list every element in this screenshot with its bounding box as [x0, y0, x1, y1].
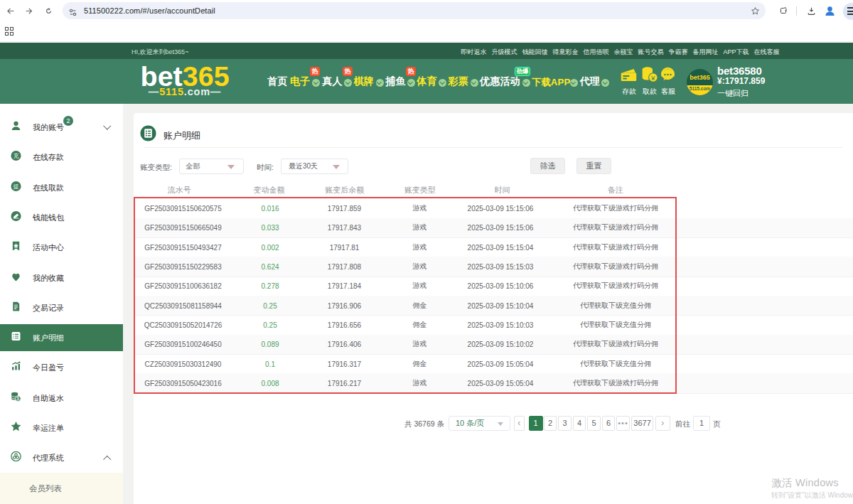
svg-text:$: $ [17, 396, 20, 401]
svg-text:提: 提 [13, 183, 18, 189]
svg-text:充: 充 [13, 153, 19, 159]
svg-text:¥: ¥ [650, 74, 655, 82]
